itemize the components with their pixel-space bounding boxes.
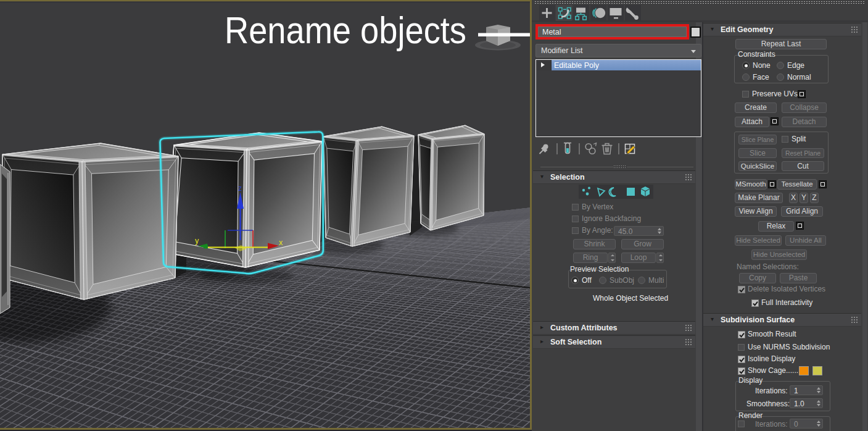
svg-text:x: x <box>279 238 283 247</box>
svg-text:y: y <box>195 236 199 245</box>
svg-text:Rename objects: Rename objects <box>225 9 466 51</box>
svg-text:z: z <box>238 184 242 193</box>
